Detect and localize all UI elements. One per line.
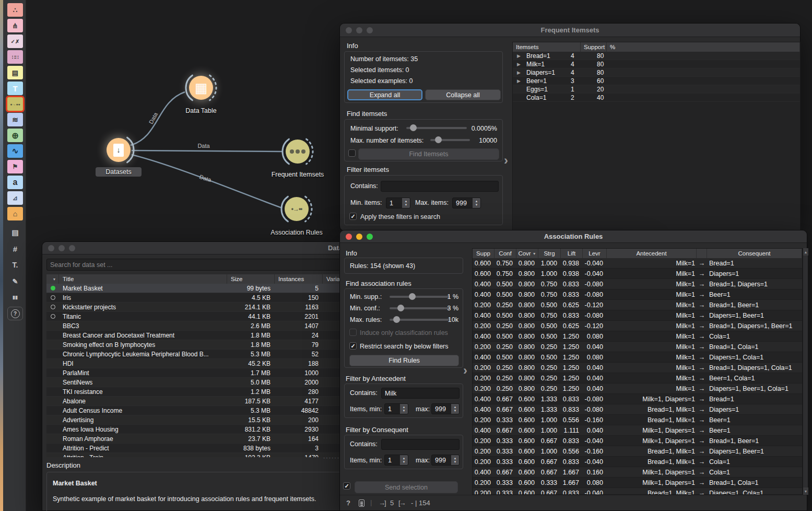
rule-row[interactable]: 0.600 0.750 0.800 1.000 0.938 -0.040 Mil…: [473, 258, 802, 269]
rule-row[interactable]: 0.400 0.500 0.800 0.750 0.833 -0.080 Mil…: [473, 310, 802, 321]
column-header-consequent[interactable]: Consequent: [707, 249, 802, 258]
cons-items-max-stepper[interactable]: 999▲▼: [431, 455, 460, 466]
send-selection-button[interactable]: Send selection: [355, 481, 458, 493]
text-annotation-icon[interactable]: T.: [7, 258, 23, 272]
expand-arrow-icon[interactable]: ▶: [517, 70, 521, 75]
zoom-button[interactable]: [367, 234, 373, 240]
data-table-node[interactable]: ▦: [189, 76, 213, 100]
zoom-button[interactable]: [69, 245, 75, 251]
rule-row[interactable]: 0.200 0.250 0.800 0.250 1.250 0.040 Milk…: [473, 384, 802, 394]
max-itemsets-slider[interactable]: [430, 136, 470, 144]
rule-row[interactable]: 0.200 0.333 0.600 0.667 0.833 -0.040 Bre…: [473, 457, 802, 467]
link-datasets-datatable[interactable]: [131, 92, 185, 145]
column-header-instances[interactable]: Instances: [275, 274, 323, 284]
splitter-handle[interactable]: ······: [323, 455, 340, 461]
rule-row[interactable]: 0.200 0.250 0.800 0.250 1.250 0.040 Milk…: [473, 363, 802, 373]
auto-find-checkbox[interactable]: [348, 149, 356, 157]
close-button[interactable]: [346, 234, 352, 240]
column-header-support[interactable]: Support: [581, 42, 607, 52]
datasets-node-label[interactable]: Datasets: [96, 167, 142, 177]
scroll-up-icon[interactable]: ▲: [803, 248, 808, 256]
rule-row[interactable]: 0.200 0.250 0.800 0.500 0.625 -0.120 Mil…: [473, 321, 802, 331]
rule-row[interactable]: 0.400 0.500 0.800 0.500 1.250 0.080 Milk…: [473, 352, 802, 363]
help-icon[interactable]: ?: [7, 307, 23, 320]
association-rules-node-label[interactable]: Association Rules: [252, 229, 341, 236]
expand-arrow-icon[interactable]: ▶: [517, 53, 521, 59]
restrict-search-checkbox[interactable]: ✓: [349, 342, 357, 350]
time-series-icon[interactable]: ∿: [7, 144, 23, 158]
column-header-antecedent[interactable]: Antecedent: [607, 249, 697, 258]
collapse-panel-chevron-icon[interactable]: ›: [504, 155, 508, 166]
rule-row[interactable]: 0.400 0.667 0.600 0.667 1.667 0.160 Milk…: [473, 467, 802, 478]
educational-icon[interactable]: ⌂: [7, 207, 23, 220]
frequent-itemsets-node[interactable]: [286, 140, 310, 164]
column-header-covr[interactable]: Covr▼: [516, 249, 538, 258]
scatter-plot-icon[interactable]: ∴: [7, 3, 23, 17]
min-supp-slider[interactable]: [390, 293, 450, 300]
geo-globe-icon[interactable]: ⊕: [7, 129, 23, 142]
min-items-stepper[interactable]: 1▲▼: [386, 198, 410, 208]
itemset-row[interactable]: ▶ Beer=1 3 60: [513, 77, 800, 85]
close-button[interactable]: [48, 245, 54, 251]
scroll-down-icon[interactable]: ▼: [803, 487, 808, 495]
association-rules-node[interactable]: •→••: [285, 197, 309, 221]
column-header-levr[interactable]: Levr: [583, 249, 607, 258]
expand-all-button[interactable]: Expand all: [347, 89, 422, 100]
min-conf-slider[interactable]: [390, 305, 450, 312]
rule-row[interactable]: 0.400 0.500 0.800 0.750 0.833 -0.080 Mil…: [473, 289, 802, 300]
rule-row[interactable]: 0.400 0.500 0.800 0.500 1.250 0.080 Milk…: [473, 331, 802, 342]
rule-row[interactable]: 0.200 0.333 0.600 0.333 1.667 0.080 Milk…: [473, 478, 802, 488]
image-analytics-icon[interactable]: ▤: [7, 66, 23, 79]
max-items-stepper[interactable]: 999▲▼: [452, 198, 481, 208]
rule-row[interactable]: 0.200 0.333 0.600 1.000 0.556 -0.160 Bre…: [473, 446, 802, 457]
rule-row[interactable]: 0.400 0.667 0.600 1.000 1.111 0.040 Milk…: [473, 425, 802, 436]
cons-items-min-stepper[interactable]: 1▲▼: [384, 455, 408, 466]
induce-classification-checkbox[interactable]: [349, 329, 357, 336]
pause-icon[interactable]: ▮▮: [7, 291, 23, 304]
minimize-button[interactable]: [356, 27, 362, 33]
auto-send-checkbox[interactable]: ✓: [343, 482, 350, 490]
itemset-row[interactable]: ▶ Cola=1 2 40: [513, 94, 800, 102]
fi-titlebar[interactable]: Frequent Itemsets: [340, 24, 800, 37]
column-header-size[interactable]: Size: [227, 274, 275, 284]
column-header-percent[interactable]: %: [607, 42, 800, 52]
evaluate-icon[interactable]: ✓✗: [7, 34, 23, 48]
rule-row[interactable]: 0.200 0.250 0.800 0.250 1.250 0.040 Milk…: [473, 342, 802, 352]
datasets-node[interactable]: ↓: [107, 138, 131, 162]
fairness-icon[interactable]: ⊿: [7, 191, 23, 205]
rule-row[interactable]: 0.600 0.750 0.800 1.000 0.938 -0.040 Mil…: [473, 269, 802, 279]
report-document-icon[interactable]: ▤: [7, 226, 23, 239]
column-header-title[interactable]: Title: [59, 274, 227, 284]
itemset-row[interactable]: ▶ Diapers=1 4 80: [513, 68, 800, 77]
itemset-row[interactable]: ▶ Eggs=1 1 20: [513, 85, 800, 94]
link-datasets-frequentitemsets[interactable]: [132, 150, 283, 152]
expand-arrow-icon[interactable]: ▶: [517, 78, 521, 84]
rule-row[interactable]: 0.200 0.250 0.800 0.250 1.250 0.040 Milk…: [473, 373, 802, 384]
rule-row[interactable]: 0.400 0.500 0.800 0.750 0.833 -0.080 Mil…: [473, 279, 802, 289]
expand-arrow-icon[interactable]: ▶: [517, 62, 521, 67]
help-icon[interactable]: ?: [346, 499, 350, 507]
scrollbar[interactable]: ▲ ▼: [803, 248, 808, 495]
tree-model-icon[interactable]: ⋔: [7, 19, 23, 32]
survival-analysis-icon[interactable]: ⚑: [7, 160, 23, 173]
minimal-support-slider[interactable]: [406, 124, 467, 132]
frequent-itemsets-icon[interactable]: ●→●●: [7, 97, 23, 111]
find-rules-button[interactable]: Find Rules: [349, 355, 459, 366]
find-itemsets-button[interactable]: Find Itemsets: [358, 148, 499, 160]
itemset-row[interactable]: ▶ Milk=1 4 80: [513, 60, 800, 68]
spectroscopy-icon[interactable]: ≋: [7, 113, 23, 126]
column-header-lift[interactable]: Lift: [561, 249, 583, 258]
data-table-node-label[interactable]: Data Table: [170, 107, 232, 114]
column-header-conf[interactable]: Conf: [495, 249, 516, 258]
cons-contains-input[interactable]: [381, 439, 460, 450]
rule-row[interactable]: 0.200 0.333 0.600 1.000 0.556 -0.160 Bre…: [473, 415, 802, 425]
report-icon[interactable]: [359, 500, 364, 507]
apply-filters-checkbox[interactable]: ✓: [349, 213, 357, 220]
rule-row[interactable]: 0.400 0.667 0.600 1.333 0.833 -0.080 Mil…: [473, 394, 802, 404]
frequent-itemsets-node-label[interactable]: Frequent Itemsets: [256, 171, 339, 178]
ante-items-min-stepper[interactable]: 1▲▼: [384, 403, 408, 414]
zoom-button[interactable]: [367, 27, 373, 33]
unsupervised-icon[interactable]: ∷∷: [7, 50, 23, 64]
text-mining-icon[interactable]: T: [7, 82, 23, 95]
ar-titlebar[interactable]: Association Rules: [340, 230, 807, 243]
